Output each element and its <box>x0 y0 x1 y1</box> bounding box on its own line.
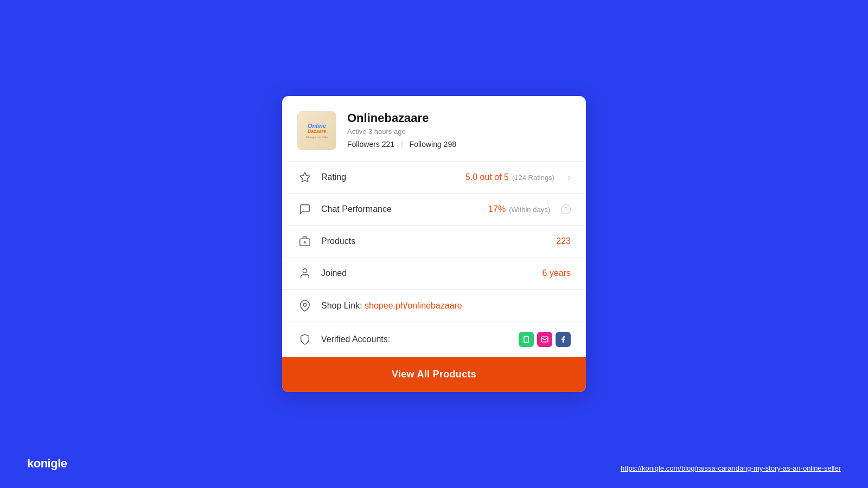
view-all-products-button[interactable]: View All Products <box>282 357 586 392</box>
help-icon[interactable]: ? <box>561 204 571 214</box>
products-label: Products <box>321 236 547 246</box>
joined-row: Joined 6 years <box>282 258 586 290</box>
verified-label: Verified Accounts: <box>321 335 510 344</box>
chat-performance-secondary: (Within days) <box>509 206 550 214</box>
products-row: Products 223 <box>282 226 586 258</box>
joined-label: Joined <box>321 268 534 278</box>
following-label: Following <box>410 140 442 149</box>
chat-performance-label: Chat Performance <box>321 204 480 214</box>
blog-link[interactable]: https://konigle.com/blog/raissa-carandan… <box>621 464 841 472</box>
chat-icon <box>297 203 312 215</box>
follow-info: Followers 221 | Following 298 <box>347 140 571 149</box>
profile-card: Online Bazaare Always on Sale Onlinebaza… <box>282 96 586 392</box>
badge-phone <box>519 332 534 347</box>
blog-link-container: https://konigle.com/blog/raissa-carandan… <box>621 463 841 473</box>
rating-label: Rating <box>321 172 457 182</box>
profile-info: Onlinebazaare Active 3 hours ago Followe… <box>347 111 571 149</box>
location-icon <box>297 300 312 312</box>
person-icon <box>297 267 312 279</box>
rating-row[interactable]: Rating 5.0 out of 5(124 Ratings) › <box>282 162 586 194</box>
rating-secondary: (124 Ratings) <box>512 174 554 182</box>
verified-row: Verified Accounts: <box>282 322 586 357</box>
active-status: Active 3 hours ago <box>347 127 571 136</box>
shop-link-row: Shop Link: shopee.ph/onlinebazaare <box>282 290 586 322</box>
chevron-right-icon: › <box>567 172 571 183</box>
brand-logo: konigle <box>27 457 67 471</box>
svg-marker-0 <box>300 172 310 182</box>
svg-point-5 <box>303 303 307 306</box>
shield-icon <box>297 333 312 345</box>
star-icon <box>297 171 312 183</box>
avatar: Online Bazaare Always on Sale <box>297 111 336 150</box>
svg-point-4 <box>303 269 307 273</box>
shop-name: Onlinebazaare <box>347 111 571 125</box>
following-count: 298 <box>444 140 456 149</box>
shop-link-label: Shop Link: shopee.ph/onlinebazaare <box>321 301 571 311</box>
followers-label: Followers <box>347 140 380 149</box>
chat-performance-value: 17%(Within days) <box>488 204 550 214</box>
chat-performance-row: Chat Performance 17%(Within days) ? <box>282 194 586 226</box>
badge-email <box>537 332 552 347</box>
profile-header: Online Bazaare Always on Sale Onlinebaza… <box>282 96 586 161</box>
shop-link-url[interactable]: shopee.ph/onlinebazaare <box>365 301 462 310</box>
konigle-text: konigle <box>27 457 67 470</box>
verified-badges <box>519 332 571 347</box>
followers-count: 221 <box>382 140 394 149</box>
joined-value: 6 years <box>542 268 571 278</box>
follow-divider: | <box>401 140 403 149</box>
products-icon <box>297 235 312 247</box>
badge-facebook <box>556 332 571 347</box>
rating-value: 5.0 out of 5(124 Ratings) <box>465 172 554 182</box>
products-value: 223 <box>556 236 571 246</box>
